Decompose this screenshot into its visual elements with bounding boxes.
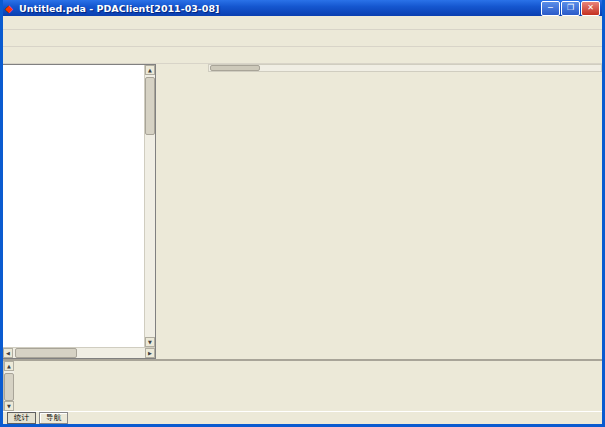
menu-bar: [3, 16, 602, 30]
table-vscroll-thumb[interactable]: [4, 373, 14, 401]
time-axis: [208, 72, 602, 85]
app-window: ◆ Untitled.pda - PDAClient[2011-03-08] ─…: [0, 0, 605, 427]
tab-statistics[interactable]: 统计: [7, 412, 36, 424]
signal-tree: [3, 65, 144, 347]
chart-hscrollbar[interactable]: [208, 64, 602, 72]
tree-hscrollbar[interactable]: ◀ ▶: [3, 347, 155, 358]
scroll-right-icon[interactable]: ▶: [145, 348, 155, 358]
maximize-button[interactable]: ❐: [561, 1, 580, 16]
statistics-table-panel: ▲ ▼: [3, 359, 602, 411]
table-scroll-up-icon[interactable]: ▲: [4, 361, 14, 371]
tree-vscrollbar[interactable]: ▲ ▼: [144, 65, 155, 347]
tab-navigation[interactable]: 导航: [39, 412, 68, 424]
window-title: Untitled.pda - PDAClient[2011-03-08]: [19, 3, 540, 14]
chart-area: [156, 64, 602, 359]
scroll-down-icon[interactable]: ▼: [145, 337, 155, 347]
table-vscrollbar[interactable]: ▲ ▼: [3, 361, 14, 411]
toolbar-main: [3, 30, 602, 47]
close-button[interactable]: ✕: [581, 1, 600, 16]
scroll-up-icon[interactable]: ▲: [145, 65, 155, 75]
table-scroll-down-icon[interactable]: ▼: [4, 401, 14, 411]
title-bar[interactable]: ◆ Untitled.pda - PDAClient[2011-03-08] ─…: [3, 0, 602, 16]
app-icon: ◆: [5, 3, 16, 14]
toolbar-view: [3, 47, 602, 64]
tree-vscroll-thumb[interactable]: [145, 77, 155, 135]
bottom-tabs: 统计 导航: [3, 411, 602, 424]
chart-hscroll-thumb[interactable]: [210, 65, 260, 71]
scroll-left-icon[interactable]: ◀: [3, 348, 13, 358]
minimize-button[interactable]: ─: [541, 1, 560, 16]
signal-tree-panel: ▲ ▼ ◀ ▶: [3, 64, 156, 359]
tree-hscroll-thumb[interactable]: [15, 348, 77, 358]
